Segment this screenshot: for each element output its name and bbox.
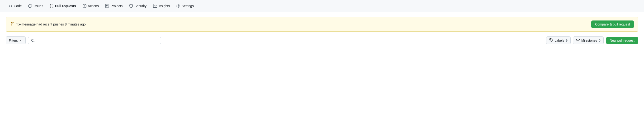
milestone-icon xyxy=(576,38,580,43)
settings-icon xyxy=(176,4,180,8)
labels-label: Labels xyxy=(554,39,564,42)
milestones-count: 0 xyxy=(599,39,600,42)
pr-icon xyxy=(50,4,54,8)
filters-dropdown[interactable]: Filters xyxy=(6,36,26,44)
nav-item-issues[interactable]: Issues xyxy=(26,0,46,12)
filters-label: Filters xyxy=(9,39,18,42)
nav-label-issues: Issues xyxy=(34,4,43,8)
branch-name: fix-message xyxy=(16,22,36,26)
nav-item-insights[interactable]: Insights xyxy=(150,0,173,12)
notification-left: fix-message had recent pushes 8 minutes … xyxy=(10,22,86,27)
actions-icon xyxy=(83,4,86,8)
nav-bar: Code Issues Pull requests Actions xyxy=(0,0,644,12)
milestones-label: Milestones xyxy=(581,39,597,42)
notification-message: had recent pushes 8 minutes ago xyxy=(36,22,86,26)
search-icon xyxy=(31,39,35,42)
labels-count: 9 xyxy=(566,39,568,42)
chevron-down-icon xyxy=(19,38,22,43)
notification-banner: fix-message had recent pushes 8 minutes … xyxy=(6,17,638,32)
issues-icon xyxy=(28,4,32,8)
insights-icon xyxy=(153,4,157,8)
notification-text: fix-message had recent pushes 8 minutes … xyxy=(16,22,86,26)
projects-icon xyxy=(106,4,109,8)
right-controls: Labels 9 Milestones 0 New pull request xyxy=(546,36,638,44)
new-pull-request-button[interactable]: New pull request xyxy=(606,37,638,44)
label-tag-icon xyxy=(549,38,553,43)
labels-button[interactable]: Labels 9 xyxy=(546,36,570,44)
compare-pull-request-button[interactable]: Compare & pull request xyxy=(591,21,634,28)
nav-item-projects[interactable]: Projects xyxy=(102,0,126,12)
nav-label-security: Security xyxy=(134,4,146,8)
branch-icon xyxy=(10,22,14,27)
nav-item-code[interactable]: Code xyxy=(6,0,24,12)
code-icon xyxy=(8,4,12,8)
filter-bar: Filters is:pr is:open xyxy=(6,36,638,44)
nav-label-insights: Insights xyxy=(158,4,170,8)
security-icon xyxy=(129,4,133,8)
nav-item-settings[interactable]: Settings xyxy=(174,0,196,12)
nav-label-actions: Actions xyxy=(88,4,99,8)
search-box[interactable]: is:pr is:open xyxy=(28,37,161,44)
nav-item-security[interactable]: Security xyxy=(126,0,149,12)
milestones-button[interactable]: Milestones 0 xyxy=(573,36,604,44)
main-content: fix-message had recent pushes 8 minutes … xyxy=(0,12,644,49)
nav-label-pull-requests: Pull requests xyxy=(55,4,76,8)
nav-item-pull-requests[interactable]: Pull requests xyxy=(47,0,79,12)
search-input[interactable]: is:pr is:open xyxy=(37,39,158,42)
nav-label-projects: Projects xyxy=(111,4,123,8)
nav-label-settings: Settings xyxy=(182,4,194,8)
nav-label-code: Code xyxy=(14,4,22,8)
nav-item-actions[interactable]: Actions xyxy=(80,0,102,12)
